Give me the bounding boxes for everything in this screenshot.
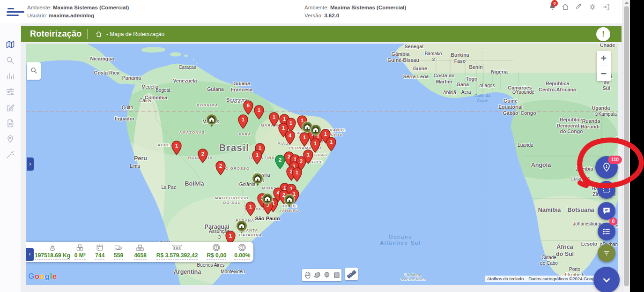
select-area-fab[interactable]	[598, 181, 615, 199]
page-title: Roteirização	[30, 29, 82, 39]
map-pin[interactable]: 1	[326, 137, 336, 151]
draw-circle-icon[interactable]	[322, 270, 332, 280]
stat-volume-value: 0 M³	[74, 252, 86, 260]
notification-badge: 0	[551, 0, 558, 7]
svg-text:1: 1	[307, 152, 310, 157]
version-info: Ambiente: Maxima Sistemas (Comercial) Ve…	[304, 4, 406, 20]
page-scrollbar[interactable]	[622, 0, 630, 292]
svg-text:4: 4	[289, 133, 292, 138]
env-value: Maxima Sistemas (Comercial)	[53, 5, 129, 10]
coin-percent-icon: $	[237, 243, 247, 252]
svg-text:1: 1	[273, 114, 275, 120]
sidebar-item-chart[interactable]	[6, 71, 15, 81]
logout-icon[interactable]	[601, 2, 611, 12]
env2-value: Maxima Sistemas (Comercial)	[330, 5, 406, 10]
map-pin[interactable]: 1	[254, 105, 264, 120]
routing-map-canvas[interactable]: NicaráguaCosta RicaPanamáCaracasVenezuel…	[26, 44, 618, 285]
sidebar-item-route-filters[interactable]	[6, 87, 15, 97]
home-icon[interactable]	[560, 2, 570, 12]
user-value: maxima.adminlog	[49, 13, 94, 18]
svg-text:Kg: Kg	[51, 247, 54, 249]
draw-polygon-icon[interactable]	[312, 270, 322, 280]
map-pin[interactable]: 4	[285, 130, 295, 145]
boxes-icon	[135, 243, 145, 252]
panel-expand-handle[interactable]: ›	[27, 157, 34, 171]
measure-ruler-button[interactable]	[345, 268, 358, 280]
breadcrumb-home-icon[interactable]	[95, 30, 103, 40]
map-zoom-control: + −	[597, 51, 611, 81]
settings-gear-icon[interactable]	[587, 2, 598, 12]
svg-text:1: 1	[258, 107, 260, 113]
svg-text:$: $	[241, 246, 243, 249]
environment-info: Ambiente: Maxima Sistemas (Comercial) Us…	[27, 4, 129, 20]
svg-text:2: 2	[300, 158, 303, 164]
screen-black-margin	[630, 0, 644, 292]
svg-text:1: 1	[296, 170, 298, 175]
zoom-in-button[interactable]: +	[597, 51, 611, 66]
stat-percent-value: 0.00%	[234, 252, 250, 260]
stat-weight-value: 197518.69 Kg	[35, 252, 70, 260]
map-pin[interactable]: 1	[252, 150, 262, 165]
pan-hand-icon[interactable]	[303, 270, 312, 280]
depot-marker[interactable]	[283, 194, 296, 208]
svg-text:1: 1	[249, 204, 252, 210]
map-pin-green[interactable]: 2	[275, 155, 285, 169]
sidebar-item-map[interactable]	[6, 40, 15, 50]
filter-fab[interactable]	[598, 244, 615, 262]
zoom-out-button[interactable]: −	[597, 66, 611, 81]
stat-total-value: R$ 3.579.392,42	[152, 242, 202, 262]
banknote-icon	[171, 243, 183, 252]
scrollbar-thumb[interactable]	[624, 6, 629, 286]
map-pin[interactable]: 1	[269, 112, 279, 127]
sidebar-item-tools-wand[interactable]	[6, 150, 15, 159]
svg-text:1: 1	[314, 141, 317, 146]
keyboard-shortcuts-link[interactable]: Atalhos do teclado	[485, 276, 526, 282]
user-label: Usuário:	[27, 13, 47, 18]
menu-hamburger-icon[interactable]	[7, 7, 25, 16]
edit-pencil-icon[interactable]	[574, 2, 584, 12]
env2-label: Ambiente:	[304, 5, 329, 10]
map-pin[interactable]: 2	[198, 149, 208, 163]
alert-button[interactable]: !	[596, 27, 610, 41]
module-titlebar: Roteirização - Mapa de Roteirização !	[21, 26, 622, 42]
stat-volume: 0 M³	[69, 242, 91, 262]
stat-orders: 744	[91, 242, 109, 262]
map-pin[interactable]: 1	[292, 167, 302, 182]
version-value: 3.62.0	[324, 13, 339, 18]
stat-orders-value: 744	[95, 252, 104, 260]
left-sidebar	[0, 23, 21, 292]
sidebar-item-location[interactable]	[6, 135, 15, 144]
map-pin[interactable]: 1	[171, 141, 182, 155]
stat-items: 4658	[128, 242, 152, 262]
depot-marker[interactable]	[252, 172, 264, 187]
stat-items-value: 4658	[134, 252, 147, 260]
stat-total-value-value: R$ 3.579.392,42	[156, 252, 198, 260]
sidebar-item-search[interactable]	[6, 56, 15, 65]
svg-text:1: 1	[256, 152, 259, 158]
totals-stats-bar: Kg 197518.69 Kg 0 M³ 744 559 4658 R$	[26, 242, 253, 262]
svg-text:1: 1	[289, 120, 292, 126]
depot-marker[interactable]	[261, 193, 274, 207]
stat-trucks-value: 559	[114, 252, 123, 260]
stats-collapse-handle[interactable]: ‹	[26, 248, 34, 261]
map-pin[interactable]: 6	[243, 100, 253, 115]
draw-rectangle-icon[interactable]	[332, 270, 341, 280]
stat-weight: Kg 197518.69 Kg	[36, 242, 69, 262]
svg-text:6: 6	[247, 103, 250, 108]
depot-marker[interactable]	[206, 113, 218, 128]
stat-percent: $ 0.00%	[231, 242, 253, 262]
scrollbar-up-arrow[interactable]	[624, 1, 629, 4]
map-pin[interactable]: 1	[245, 202, 256, 216]
depot-marker[interactable]	[236, 220, 248, 234]
stat-discount: $ R$ 0,00	[202, 242, 231, 262]
collapse-chevron-fab[interactable]	[593, 267, 620, 292]
sidebar-item-document[interactable]	[6, 119, 15, 128]
map-pin[interactable]: 1	[238, 114, 248, 129]
depot-marker[interactable]	[310, 124, 322, 138]
version-label: Versão:	[304, 13, 323, 18]
sidebar-item-edit[interactable]	[6, 103, 15, 112]
svg-text:1: 1	[175, 143, 178, 149]
cubes-volume-icon	[75, 243, 85, 252]
map-pin[interactable]: 2	[215, 161, 226, 175]
map-search-button[interactable]	[27, 62, 41, 80]
